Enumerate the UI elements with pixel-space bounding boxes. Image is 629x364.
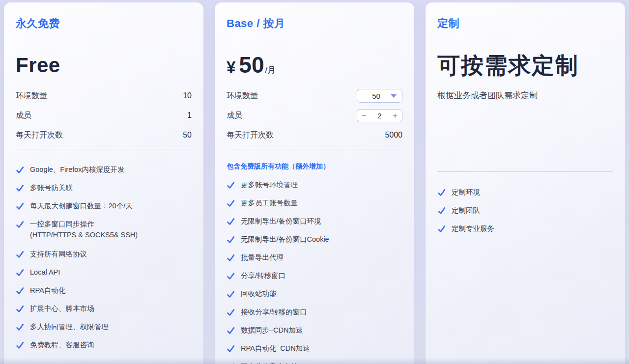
spacer xyxy=(437,102,613,168)
spec-row: 环境数量10 xyxy=(16,86,192,106)
spec-label: 每天打开次数 xyxy=(227,130,274,140)
feature-item: Local API xyxy=(16,267,192,277)
check-icon xyxy=(16,250,24,258)
spec-row-daily-opens: 每天打开次数 5000 xyxy=(227,125,402,145)
check-icon xyxy=(227,235,235,244)
spec-label: 环境数量 xyxy=(16,91,47,101)
feature-text: 一控多窗口同步操作 xyxy=(30,219,138,229)
feature-item: 每天最大创建窗口数量：20个/天 xyxy=(16,201,192,211)
feature-text: RPA自动化 xyxy=(30,285,65,295)
spec-label: 每天打开次数 xyxy=(16,130,63,140)
feature-text: 分享/转移窗口 xyxy=(241,271,286,280)
check-icon xyxy=(227,199,235,207)
plan-subtitle: 根据业务或者团队需求定制 xyxy=(437,90,613,102)
stepper-value: 2 xyxy=(377,112,381,120)
feature-item: 多账号防关联 xyxy=(16,183,192,193)
spec-label: 成员 xyxy=(227,111,242,121)
check-icon xyxy=(16,305,24,313)
price-amount: 50 xyxy=(239,52,264,78)
card-header-custom: 定制 xyxy=(437,16,613,31)
feature-item: RPA自动化–CDN加速 xyxy=(227,343,402,353)
feature-item: 定制团队 xyxy=(437,205,613,215)
feature-text: 无限制导出/备份窗口Cookie xyxy=(241,234,329,244)
spec-value: 5000 xyxy=(385,131,402,140)
feature-text: 支持所有网络协议 xyxy=(30,249,87,259)
included-features-note: 包含免费版所有功能（额外增加） xyxy=(227,161,402,171)
spec-value: 50 xyxy=(183,131,192,140)
check-icon xyxy=(16,166,24,174)
check-icon xyxy=(16,202,24,210)
feature-text: Local API xyxy=(30,267,60,277)
check-icon xyxy=(437,188,446,196)
plan-title-custom: 可按需求定制 xyxy=(437,52,579,79)
check-icon xyxy=(437,206,446,215)
spec-row-environments: 环境数量 50 xyxy=(227,86,402,106)
feature-item: 免费教程、客服咨询 xyxy=(16,340,192,350)
feature-text: 扩展中心、脚本市场 xyxy=(30,304,94,313)
feature-item: 扩展中心、脚本市场 xyxy=(16,304,192,313)
feature-text: 多人协同管理、权限管理 xyxy=(30,322,109,332)
feature-text: 无限制导出/备份窗口环境 xyxy=(241,216,321,226)
feature-item: 数据同步–CDN加速 xyxy=(227,325,402,335)
feature-text: 回收站功能 xyxy=(241,289,277,299)
member-count-stepper[interactable]: − 2 + xyxy=(357,109,402,122)
spec-value: 10 xyxy=(183,91,192,100)
feature-text: 更多员工账号数量 xyxy=(241,198,298,208)
feature-text: 接收分享/转移的窗口 xyxy=(241,307,307,317)
feature-item: 回收站功能 xyxy=(227,289,402,299)
spec-list: 环境数量 50 成员 − 2 + 每天打开次数 5000 xyxy=(227,86,402,145)
spec-row-members: 成员 − 2 + xyxy=(227,106,402,125)
chevron-down-icon xyxy=(391,94,397,98)
feature-item: 无限制导出/备份窗口环境 xyxy=(227,216,402,226)
stepper-increment-button[interactable]: + xyxy=(393,112,398,120)
feature-text: 数据同步–CDN加速 xyxy=(241,325,303,335)
spec-row: 每天打开次数50 xyxy=(16,125,192,145)
feature-item: RPA自动化 xyxy=(16,285,192,295)
environment-count-dropdown[interactable]: 50 xyxy=(357,89,402,103)
feature-item: 更多账号环境管理 xyxy=(227,180,402,190)
feature-text: Google、Firefox内核深度开发 xyxy=(30,165,125,174)
check-icon xyxy=(227,181,235,189)
spec-label: 环境数量 xyxy=(227,91,258,101)
feature-text: 免费教程、客服咨询 xyxy=(30,340,94,350)
check-icon xyxy=(227,272,235,280)
dropdown-selected-value: 50 xyxy=(372,92,380,100)
feature-item: 无限制导出/备份窗口Cookie xyxy=(227,234,402,244)
feature-subtext: (HTTP/HTTPS & SOCKS5& SSH) xyxy=(30,229,138,241)
check-icon xyxy=(437,224,446,233)
feature-text: RPA自动化–CDN加速 xyxy=(241,343,310,353)
feature-text: 定制环境 xyxy=(452,187,480,197)
check-icon xyxy=(227,326,235,335)
feature-text: 定制专业服务 xyxy=(452,224,494,233)
feature-item: 定制环境 xyxy=(437,187,613,197)
check-icon xyxy=(227,253,235,262)
divider xyxy=(227,149,402,149)
feature-list-free: Google、Firefox内核深度开发多账号防关联每天最大创建窗口数量：20个… xyxy=(16,165,192,350)
check-icon xyxy=(16,323,24,331)
plan-price-custom: 可按需求定制 xyxy=(437,52,613,79)
check-icon xyxy=(16,341,24,349)
stepper-decrement-button[interactable]: − xyxy=(362,112,367,120)
spec-list: 环境数量10成员1每天打开次数50 xyxy=(16,86,192,145)
check-icon xyxy=(16,184,24,192)
pricing-page: 永久免费 Free 环境数量10成员1每天打开次数50 Google、Firef… xyxy=(0,0,629,364)
feature-item: 一控多窗口同步操作(HTTP/HTTPS & SOCKS5& SSH) xyxy=(16,219,192,241)
feature-text: 定制团队 xyxy=(452,205,480,215)
feature-text: 批量导出代理 xyxy=(241,252,284,262)
feature-item: 更多员工账号数量 xyxy=(227,198,402,208)
pricing-card-base: Base / 按月 ¥ 50 /月 环境数量 50 成员 − 2 + xyxy=(215,2,414,364)
spec-label: 成员 xyxy=(16,111,31,121)
price-currency: ¥ xyxy=(227,58,235,77)
feature-list-base: 更多账号环境管理更多员工账号数量无限制导出/备份窗口环境无限制导出/备份窗口Co… xyxy=(227,180,402,364)
plan-price-free: Free xyxy=(16,52,192,79)
feature-item: 支持所有网络协议 xyxy=(16,249,192,259)
feature-text: 每天最大创建窗口数量：20个/天 xyxy=(30,201,133,211)
feature-item: 批量导出代理 xyxy=(227,252,402,262)
feature-item: Google、Firefox内核深度开发 xyxy=(16,165,192,174)
card-header-free: 永久免费 xyxy=(16,16,192,31)
divider xyxy=(16,149,192,149)
spec-value: 1 xyxy=(187,111,192,120)
spec-row: 成员1 xyxy=(16,106,192,125)
feature-text: 更专业的客户支持 xyxy=(241,362,298,364)
card-header-base: Base / 按月 xyxy=(227,16,402,31)
